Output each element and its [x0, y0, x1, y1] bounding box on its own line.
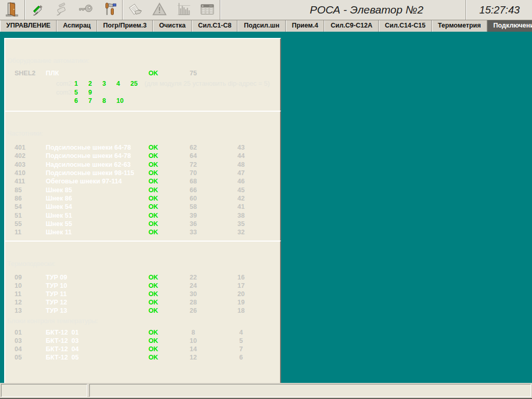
panel-button[interactable] — [195, 0, 219, 20]
device-code: 401 — [4, 144, 42, 151]
error-count: 22 — [172, 274, 214, 281]
table-row: 03 БКТ-12 03 OK 10 5 — [4, 337, 281, 345]
device-description: Шнек 54 — [42, 203, 134, 210]
tab-aspirac[interactable]: Аспирац — [57, 20, 97, 32]
log-button[interactable] — [124, 0, 148, 20]
error-count: 66 — [172, 187, 214, 194]
table-row: 85 Шнек 85 OK 66 45 — [4, 185, 281, 194]
connect-button[interactable] — [26, 0, 50, 20]
net-address: 45 — [214, 187, 268, 194]
tab-termometriya[interactable]: Термометрия — [432, 20, 487, 32]
link-status: OK — [134, 152, 172, 159]
error-count: 28 — [172, 299, 214, 306]
com3-modules-row1: 59 — [74, 89, 102, 96]
tab-podsil-shn[interactable]: Подсил.шн — [237, 20, 285, 32]
device-description: Обеговые шнеки 97-114 — [42, 178, 134, 185]
tab-sil-c9-c12a[interactable]: Сил.С9-С12А — [324, 20, 378, 32]
disconnect-button[interactable] — [50, 0, 74, 20]
app-window: РОСА - Элеватор №2 15:27:43 УПРАВЛЕНИЕ А… — [0, 0, 532, 399]
dip-address-note: (для модуля 25 установить dip-адрес = 5) — [144, 80, 270, 87]
error-count: 10 — [172, 337, 214, 344]
net-address: 46 — [214, 178, 268, 185]
error-count: 30 — [172, 290, 214, 298]
warning-icon — [151, 2, 168, 19]
device-description: Подсилосные шнеки 98-115 — [42, 169, 134, 177]
section-automation-equipment: Оборудование автоматики: — [7, 57, 89, 64]
device-code: 09 — [4, 274, 42, 281]
device-description: Шнек 51 — [42, 212, 134, 219]
status-panel-left — [1, 384, 87, 397]
table-row: 402 Подсилосные шнеки 64-78 OK 64 44 — [4, 152, 281, 160]
toolbar-separator — [466, 0, 467, 20]
net-address: 7 — [214, 345, 268, 353]
table-row: 04 БКТ-12 04 OK 14 7 — [4, 345, 281, 353]
tab-bar: УПРАВЛЕНИЕ Аспирац Погр/Прием.3 Очистка … — [0, 20, 532, 32]
table-row: 09 ТУР 09 OK 22 16 — [4, 273, 281, 282]
link-status: OK — [134, 354, 172, 361]
link-status: OK — [134, 282, 172, 289]
net-address: 5 — [214, 337, 268, 344]
com-module-number: 3 — [102, 80, 116, 87]
tab-podklyuchenie[interactable]: Подключение — [487, 20, 532, 32]
link-status: OK — [134, 329, 172, 336]
net-address: 17 — [214, 282, 268, 289]
tab-sil-c1-c8[interactable]: Сил.С1-С8 — [192, 20, 237, 32]
com3-label: com3: — [56, 89, 74, 96]
section-temperature-control-blocks: Блоки контроля температуры: — [7, 317, 98, 325]
device-description: ТУР 10 — [42, 282, 134, 289]
table-row: 403 Надсилосные шнеки 62-63 OK 72 48 — [4, 161, 281, 169]
link-status: OK — [134, 220, 172, 228]
link-status: OK — [134, 144, 172, 151]
error-count: 8 — [172, 329, 214, 336]
error-count: 39 — [172, 212, 214, 219]
tools-icon — [101, 2, 118, 19]
error-count: 12 — [172, 354, 214, 361]
tab-priem4[interactable]: Прием.4 — [286, 20, 325, 32]
settings-button[interactable] — [98, 0, 122, 20]
device-code: 403 — [4, 161, 42, 168]
temperature-block-rows: 01 БКТ-12 01 OK 8 4 03 БКТ-12 03 OK 10 5… — [4, 328, 281, 362]
link-status: OK — [134, 299, 172, 306]
table-row: 11 Шнек 11 OK 33 32 — [4, 228, 281, 236]
link-status: OK — [134, 290, 172, 298]
net-address: 41 — [214, 203, 268, 210]
device-code: 10 — [4, 282, 42, 289]
com2-line: com2: 123425 (для модуля 25 установить d… — [4, 80, 270, 87]
device-description: ТУР 11 — [42, 290, 134, 298]
com3-line-2: 67810 — [4, 97, 130, 104]
tab-upravlenie[interactable]: УПРАВЛЕНИЕ — [0, 20, 57, 32]
link-status: OK — [134, 187, 172, 194]
link-status: OK — [134, 169, 172, 177]
toolbar-separator — [24, 0, 25, 20]
tab-ochistka[interactable]: Очистка — [153, 20, 192, 32]
net-address: 4 — [214, 329, 268, 336]
device-code: 12 — [4, 299, 42, 306]
device-description: БКТ-12 04 — [42, 345, 134, 353]
frequency-drive-rows: 401 Подсилосные шнеки 64-78 OK 62 43 402… — [4, 143, 281, 236]
device-code: 85 — [4, 187, 42, 194]
exit-button[interactable] — [0, 0, 24, 20]
key-button[interactable] — [74, 0, 98, 20]
link-status: OK — [134, 195, 172, 202]
exit-door-icon — [4, 2, 20, 19]
device-description: ТУР 12 — [42, 299, 134, 306]
device-code: 11 — [4, 290, 42, 298]
com-module-number: 6 — [74, 97, 88, 104]
status-bar — [0, 383, 532, 398]
clock: 15:27:43 — [467, 0, 532, 20]
table-row: 05 БКТ-12 05 OK 12 6 — [4, 353, 281, 362]
connection-page: Код Название модуля Связь Кол-во ошибок … — [0, 32, 532, 383]
net-address: 43 — [214, 144, 268, 151]
device-code: 54 — [4, 203, 42, 210]
error-count: 33 — [172, 229, 214, 236]
com-module-number: 4 — [116, 80, 130, 87]
link-status: OK — [134, 178, 172, 185]
tab-pogr-priem3[interactable]: Погр/Прием.3 — [97, 20, 153, 32]
net-address: 42 — [214, 195, 268, 202]
device-code: 402 — [4, 152, 42, 159]
trends-button[interactable] — [171, 0, 195, 20]
alarms-button[interactable] — [148, 0, 171, 20]
device-description: Шнек 11 — [42, 229, 134, 236]
tab-sil-c14-c15[interactable]: Сил.С14-С15 — [379, 20, 432, 32]
window-title: РОСА - Элеватор №2 — [221, 0, 465, 20]
